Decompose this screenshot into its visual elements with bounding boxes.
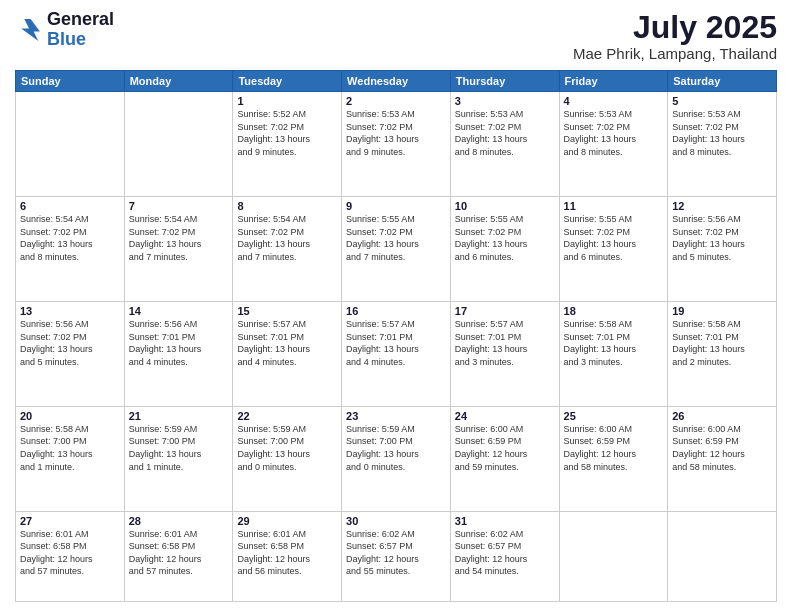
calendar-cell: 2Sunrise: 5:53 AM Sunset: 7:02 PM Daylig… [342, 92, 451, 197]
col-header-friday: Friday [559, 71, 668, 92]
day-number: 21 [129, 410, 229, 422]
calendar-cell: 7Sunrise: 5:54 AM Sunset: 7:02 PM Daylig… [124, 197, 233, 302]
day-info: Sunrise: 5:58 AM Sunset: 7:01 PM Dayligh… [672, 318, 772, 368]
calendar-cell [559, 511, 668, 601]
day-info: Sunrise: 5:59 AM Sunset: 7:00 PM Dayligh… [237, 423, 337, 473]
calendar-cell: 14Sunrise: 5:56 AM Sunset: 7:01 PM Dayli… [124, 301, 233, 406]
day-info: Sunrise: 5:53 AM Sunset: 7:02 PM Dayligh… [672, 108, 772, 158]
page: General Blue July 2025 Mae Phrik, Lampan… [0, 0, 792, 612]
day-number: 27 [20, 515, 120, 527]
day-info: Sunrise: 6:01 AM Sunset: 6:58 PM Dayligh… [237, 528, 337, 578]
day-info: Sunrise: 6:01 AM Sunset: 6:58 PM Dayligh… [20, 528, 120, 578]
day-number: 2 [346, 95, 446, 107]
day-info: Sunrise: 6:02 AM Sunset: 6:57 PM Dayligh… [346, 528, 446, 578]
calendar-cell [16, 92, 125, 197]
logo-icon [15, 16, 43, 44]
calendar-cell: 12Sunrise: 5:56 AM Sunset: 7:02 PM Dayli… [668, 197, 777, 302]
day-number: 3 [455, 95, 555, 107]
calendar-cell: 9Sunrise: 5:55 AM Sunset: 7:02 PM Daylig… [342, 197, 451, 302]
calendar-week-row: 27Sunrise: 6:01 AM Sunset: 6:58 PM Dayli… [16, 511, 777, 601]
day-number: 20 [20, 410, 120, 422]
calendar-cell: 26Sunrise: 6:00 AM Sunset: 6:59 PM Dayli… [668, 406, 777, 511]
day-info: Sunrise: 5:58 AM Sunset: 7:01 PM Dayligh… [564, 318, 664, 368]
calendar-cell: 23Sunrise: 5:59 AM Sunset: 7:00 PM Dayli… [342, 406, 451, 511]
day-number: 22 [237, 410, 337, 422]
calendar-cell: 8Sunrise: 5:54 AM Sunset: 7:02 PM Daylig… [233, 197, 342, 302]
day-number: 19 [672, 305, 772, 317]
day-number: 12 [672, 200, 772, 212]
calendar-cell: 16Sunrise: 5:57 AM Sunset: 7:01 PM Dayli… [342, 301, 451, 406]
calendar-cell: 29Sunrise: 6:01 AM Sunset: 6:58 PM Dayli… [233, 511, 342, 601]
day-number: 8 [237, 200, 337, 212]
day-number: 7 [129, 200, 229, 212]
calendar-cell: 27Sunrise: 6:01 AM Sunset: 6:58 PM Dayli… [16, 511, 125, 601]
calendar-week-row: 1Sunrise: 5:52 AM Sunset: 7:02 PM Daylig… [16, 92, 777, 197]
month-title: July 2025 [573, 10, 777, 45]
header: General Blue July 2025 Mae Phrik, Lampan… [15, 10, 777, 62]
calendar-week-row: 13Sunrise: 5:56 AM Sunset: 7:02 PM Dayli… [16, 301, 777, 406]
calendar-cell: 13Sunrise: 5:56 AM Sunset: 7:02 PM Dayli… [16, 301, 125, 406]
calendar-cell: 4Sunrise: 5:53 AM Sunset: 7:02 PM Daylig… [559, 92, 668, 197]
col-header-thursday: Thursday [450, 71, 559, 92]
day-number: 18 [564, 305, 664, 317]
calendar-header-row: SundayMondayTuesdayWednesdayThursdayFrid… [16, 71, 777, 92]
day-info: Sunrise: 5:56 AM Sunset: 7:01 PM Dayligh… [129, 318, 229, 368]
calendar-cell: 1Sunrise: 5:52 AM Sunset: 7:02 PM Daylig… [233, 92, 342, 197]
day-info: Sunrise: 5:57 AM Sunset: 7:01 PM Dayligh… [455, 318, 555, 368]
day-number: 28 [129, 515, 229, 527]
day-info: Sunrise: 5:53 AM Sunset: 7:02 PM Dayligh… [455, 108, 555, 158]
calendar-cell: 24Sunrise: 6:00 AM Sunset: 6:59 PM Dayli… [450, 406, 559, 511]
logo: General Blue [15, 10, 114, 50]
day-number: 13 [20, 305, 120, 317]
day-info: Sunrise: 6:01 AM Sunset: 6:58 PM Dayligh… [129, 528, 229, 578]
col-header-sunday: Sunday [16, 71, 125, 92]
calendar-cell: 22Sunrise: 5:59 AM Sunset: 7:00 PM Dayli… [233, 406, 342, 511]
day-number: 23 [346, 410, 446, 422]
calendar-week-row: 6Sunrise: 5:54 AM Sunset: 7:02 PM Daylig… [16, 197, 777, 302]
day-info: Sunrise: 5:53 AM Sunset: 7:02 PM Dayligh… [346, 108, 446, 158]
calendar-cell: 18Sunrise: 5:58 AM Sunset: 7:01 PM Dayli… [559, 301, 668, 406]
day-info: Sunrise: 6:00 AM Sunset: 6:59 PM Dayligh… [672, 423, 772, 473]
day-info: Sunrise: 5:54 AM Sunset: 7:02 PM Dayligh… [237, 213, 337, 263]
col-header-wednesday: Wednesday [342, 71, 451, 92]
col-header-monday: Monday [124, 71, 233, 92]
calendar-cell: 3Sunrise: 5:53 AM Sunset: 7:02 PM Daylig… [450, 92, 559, 197]
calendar-cell: 11Sunrise: 5:55 AM Sunset: 7:02 PM Dayli… [559, 197, 668, 302]
day-info: Sunrise: 6:00 AM Sunset: 6:59 PM Dayligh… [455, 423, 555, 473]
col-header-tuesday: Tuesday [233, 71, 342, 92]
calendar-cell: 28Sunrise: 6:01 AM Sunset: 6:58 PM Dayli… [124, 511, 233, 601]
day-number: 25 [564, 410, 664, 422]
day-number: 17 [455, 305, 555, 317]
calendar-cell: 21Sunrise: 5:59 AM Sunset: 7:00 PM Dayli… [124, 406, 233, 511]
calendar-cell: 25Sunrise: 6:00 AM Sunset: 6:59 PM Dayli… [559, 406, 668, 511]
calendar-cell: 5Sunrise: 5:53 AM Sunset: 7:02 PM Daylig… [668, 92, 777, 197]
day-info: Sunrise: 5:57 AM Sunset: 7:01 PM Dayligh… [346, 318, 446, 368]
day-number: 9 [346, 200, 446, 212]
logo-general: General [47, 10, 114, 30]
day-info: Sunrise: 6:02 AM Sunset: 6:57 PM Dayligh… [455, 528, 555, 578]
day-number: 16 [346, 305, 446, 317]
day-number: 24 [455, 410, 555, 422]
calendar-cell: 19Sunrise: 5:58 AM Sunset: 7:01 PM Dayli… [668, 301, 777, 406]
location-title: Mae Phrik, Lampang, Thailand [573, 45, 777, 62]
day-info: Sunrise: 5:57 AM Sunset: 7:01 PM Dayligh… [237, 318, 337, 368]
calendar-cell: 6Sunrise: 5:54 AM Sunset: 7:02 PM Daylig… [16, 197, 125, 302]
day-number: 4 [564, 95, 664, 107]
day-number: 1 [237, 95, 337, 107]
day-info: Sunrise: 5:52 AM Sunset: 7:02 PM Dayligh… [237, 108, 337, 158]
day-info: Sunrise: 5:59 AM Sunset: 7:00 PM Dayligh… [346, 423, 446, 473]
day-info: Sunrise: 5:55 AM Sunset: 7:02 PM Dayligh… [564, 213, 664, 263]
day-info: Sunrise: 5:55 AM Sunset: 7:02 PM Dayligh… [346, 213, 446, 263]
day-info: Sunrise: 5:58 AM Sunset: 7:00 PM Dayligh… [20, 423, 120, 473]
day-info: Sunrise: 5:59 AM Sunset: 7:00 PM Dayligh… [129, 423, 229, 473]
day-number: 15 [237, 305, 337, 317]
calendar-table: SundayMondayTuesdayWednesdayThursdayFrid… [15, 70, 777, 602]
day-info: Sunrise: 5:56 AM Sunset: 7:02 PM Dayligh… [20, 318, 120, 368]
day-number: 6 [20, 200, 120, 212]
calendar-cell [124, 92, 233, 197]
title-block: July 2025 Mae Phrik, Lampang, Thailand [573, 10, 777, 62]
calendar-cell: 31Sunrise: 6:02 AM Sunset: 6:57 PM Dayli… [450, 511, 559, 601]
day-number: 14 [129, 305, 229, 317]
calendar-week-row: 20Sunrise: 5:58 AM Sunset: 7:00 PM Dayli… [16, 406, 777, 511]
day-info: Sunrise: 5:54 AM Sunset: 7:02 PM Dayligh… [129, 213, 229, 263]
